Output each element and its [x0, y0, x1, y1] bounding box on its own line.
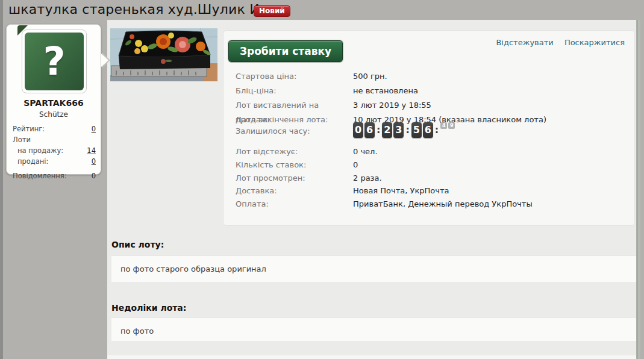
- field-value: 500 грн.: [353, 69, 387, 84]
- description-text: по фото старого образца оригинал: [111, 256, 636, 273]
- time-left-row: Залишилося часу: 0 6 : 2 3 : 5 6 : 4 9: [236, 121, 627, 142]
- timer-digit: 2: [382, 122, 392, 138]
- field-label: Бліц-ціна:: [236, 84, 353, 98]
- timer-digit: 3: [393, 122, 404, 138]
- seller-username[interactable]: SPARTAK666: [7, 98, 101, 108]
- stat-label: Повідомлення:: [13, 170, 67, 181]
- stat-label: Лоти: [13, 134, 31, 145]
- avatar-corner-fold-icon: [17, 25, 28, 36]
- field-value: 2 раза.: [353, 172, 382, 185]
- field-label: Доставка:: [236, 184, 353, 198]
- stat-rating: Рейтинг: 0: [13, 123, 96, 134]
- new-lot-badge: Новий: [254, 5, 290, 17]
- field-value: 0 чел.: [353, 145, 378, 158]
- field-payment: Оплата: ПриватБанк, Денежный перевод Укр…: [236, 198, 627, 211]
- avatar-placeholder: ?: [25, 33, 84, 90]
- field-label: Стартова ціна:: [236, 69, 353, 84]
- lot-fields-top: Стартова ціна: 500 грн. Бліц-ціна: не вс…: [236, 69, 627, 127]
- defects-box: по фото: [111, 317, 636, 341]
- timer-fraction-digit: 9: [448, 122, 455, 129]
- rating-value-link[interactable]: 0: [92, 123, 96, 134]
- stat-on-sale: на продажу: 14: [13, 145, 96, 156]
- seller-rank: Schütze: [7, 110, 101, 119]
- question-mark-icon: ?: [43, 42, 65, 81]
- field-watchers: Лот відстежує: 0 чел.: [236, 145, 627, 158]
- field-start-price: Стартова ціна: 500 грн.: [236, 69, 627, 84]
- stat-lots-header: Лоти: [13, 134, 96, 145]
- field-label: Лот відстежує:: [236, 145, 353, 158]
- defects-text: по фото: [111, 318, 636, 336]
- field-value: не встановлена: [353, 84, 418, 98]
- next-section-panel: [107, 355, 636, 359]
- field-listed-date: Лот виставлений на продаж: 3 лют 2019 у …: [236, 98, 627, 113]
- left-page-edge: [0, 0, 3, 359]
- stat-label: продані:: [17, 156, 48, 167]
- description-heading: Опис лоту:: [111, 240, 164, 249]
- field-views: Лот просмотрен: 2 раза.: [236, 172, 627, 185]
- timer-digit: 0: [353, 122, 363, 138]
- lot-action-links: Відстежувати Поскаржитися: [496, 38, 625, 47]
- field-blitz-price: Бліц-ціна: не встановлена: [236, 84, 627, 98]
- sold-value-link[interactable]: 0: [92, 156, 96, 167]
- field-delivery: Доставка: Новая Почта, УкрПочта: [236, 184, 627, 198]
- seller-avatar[interactable]: ?: [22, 30, 87, 93]
- defects-heading: Недоліки лота:: [111, 303, 186, 313]
- lot-photo-image: [110, 28, 217, 81]
- stat-messages: Повідомлення: 0: [13, 170, 96, 181]
- timer-fraction-digit: 4: [440, 122, 447, 129]
- countdown-timer: 0 6 : 2 3 : 5 6 : 4 9: [353, 122, 456, 138]
- messages-value: 0: [92, 170, 96, 181]
- card-pointer-fill: [101, 54, 108, 67]
- description-box: по фото старого образца оригинал: [111, 255, 636, 282]
- field-value: 3 лют 2019 у 18:55: [353, 98, 431, 113]
- field-value: ПриватБанк, Денежный перевод УкрПочты: [353, 198, 533, 211]
- stat-sold: продані: 0: [13, 156, 96, 167]
- timer-digit: 6: [423, 122, 433, 138]
- timer-colon: :: [377, 122, 380, 138]
- field-value: Новая Почта, УкрПочта: [353, 184, 449, 198]
- place-bid-button[interactable]: Зробити ставку: [228, 40, 343, 62]
- timer-digit: 5: [411, 122, 422, 138]
- field-label: Лот просмотрен:: [236, 172, 353, 185]
- on-sale-value-link[interactable]: 14: [87, 145, 96, 156]
- lot-fields-bottom: Лот відстежує: 0 чел. Кількість ставок: …: [236, 145, 627, 211]
- timer-colon: :: [405, 122, 409, 138]
- field-bid-count: Кількість ставок: 0: [236, 158, 627, 172]
- lot-info-panel: Зробити ставку Відстежувати Поскаржитися…: [223, 30, 635, 226]
- lot-photo-thumbnail[interactable]: [110, 28, 217, 81]
- timer-digit: 6: [364, 122, 375, 138]
- report-lot-link[interactable]: Поскаржитися: [564, 38, 625, 47]
- timer-label: Залишилося часу:: [236, 121, 310, 142]
- seller-stats: Рейтинг: 0 Лоти на продажу: 14 продані: …: [13, 123, 96, 181]
- field-label: Оплата:: [236, 198, 353, 211]
- main-content: Зробити ставку Відстежувати Поскаржитися…: [107, 20, 636, 359]
- field-value: 0: [353, 158, 358, 172]
- right-page-edge: [637, 20, 640, 359]
- field-label: Лот виставлений на продаж:: [236, 98, 353, 113]
- field-label: Кількість ставок:: [236, 158, 353, 172]
- timer-colon: :: [435, 122, 439, 138]
- stat-label: Рейтинг:: [13, 123, 45, 134]
- stat-label: на продажу:: [17, 145, 63, 156]
- seller-card: ? SPARTAK666 Schütze Рейтинг: 0 Лоти на …: [6, 24, 101, 175]
- watch-lot-link[interactable]: Відстежувати: [496, 38, 553, 47]
- page-title: шкатулка старенькая худ.Шулик И: [8, 2, 260, 17]
